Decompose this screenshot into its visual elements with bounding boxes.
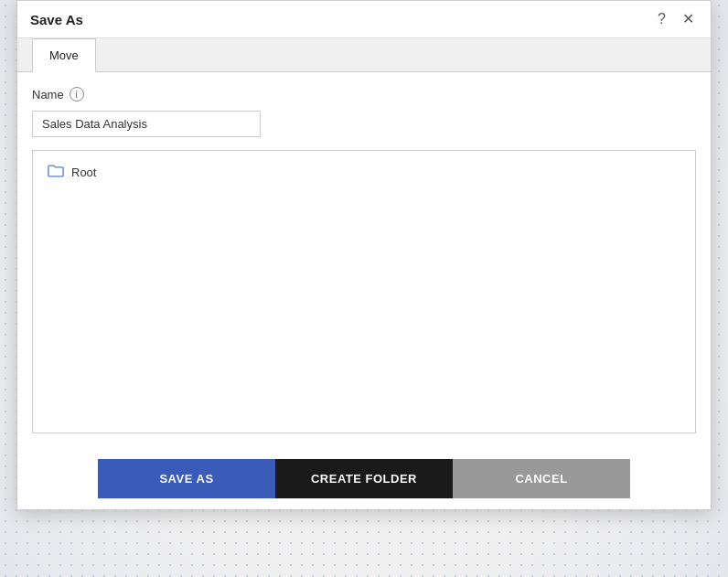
dialog-titlebar: Save As ? ✕ [17, 1, 711, 38]
save-as-button[interactable]: SAVE AS [98, 459, 275, 498]
dialog-body: Move Name i [17, 38, 711, 448]
dialog-backdrop: Save As ? ✕ Move Name i [0, 0, 728, 577]
dialog-footer: SAVE AS CREATE FOLDER CANCEL [17, 448, 711, 509]
titlebar-controls: ? ✕ [654, 10, 698, 28]
tree-item-root[interactable]: Root [42, 160, 686, 184]
tree-item-root-label: Root [71, 166, 96, 179]
folder-icon [48, 164, 64, 180]
create-folder-button[interactable]: CREATE FOLDER [275, 459, 453, 498]
file-tree: Root [32, 150, 696, 433]
save-as-dialog: Save As ? ✕ Move Name i [16, 0, 712, 510]
name-input[interactable] [32, 111, 261, 137]
dialog-title: Save As [30, 12, 83, 27]
name-label: Name [32, 88, 64, 102]
name-info-icon[interactable]: i [70, 87, 84, 102]
close-button[interactable]: ✕ [679, 10, 698, 28]
name-field-row: Name i [32, 87, 696, 102]
tab-move[interactable]: Move [32, 38, 96, 72]
tabs-bar: Move [17, 38, 711, 72]
cancel-button[interactable]: CANCEL [453, 459, 630, 498]
tab-content: Name i [17, 72, 711, 448]
help-button[interactable]: ? [654, 10, 669, 28]
